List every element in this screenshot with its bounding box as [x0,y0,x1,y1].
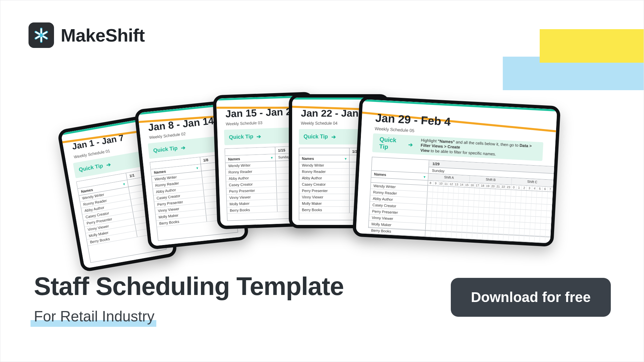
quick-tip-label: Quick Tip [229,133,253,140]
quick-tip-box: Quick Tip ➔ Vie [299,129,379,144]
quick-tip-label: Quick Tip [304,134,328,140]
grid-body: Wendy WriterRonny ReaderAbby AuthorCasey… [368,183,553,243]
name-cell: Ronny Reader [226,168,276,175]
quick-tip-box: Quick Tip ➔ Hi [73,150,151,178]
hour-cell: 7 [548,187,553,192]
filter-icon: ▾ [271,156,273,160]
name-cell: Casey Creator [83,206,133,221]
names-header: Names▾ [371,171,429,180]
table-row: Perry Presenter [299,188,379,194]
tip-truncated: Hi [220,141,224,146]
hour-cell: 3 [527,186,532,191]
table-row: Berry Books [368,227,550,243]
name-cell: Berry Books [87,231,138,246]
promo-canvas: MakeShift Jan 1 - Jan 7 Weekly Schedule … [0,0,644,362]
download-button[interactable]: Download for free [451,278,611,317]
tablet-1: Jan 1 - Jan 7 Weekly Schedule 01 Quick T… [57,114,178,273]
accent-diagonal [289,106,389,111]
hour-cell: 14 [459,182,465,187]
asterisk-icon [32,26,50,44]
sheet-subtitle: Weekly Schedule 02 [149,131,186,140]
name-cell: Molly Maker [156,209,206,221]
hour-cell: 18 [480,183,485,188]
name-cell: Wendy Writer [299,162,350,168]
name-cell: Perry Presenter [226,187,277,194]
table-row: Perry Presenter [84,207,160,227]
accent-bar [216,95,310,101]
sheet-range: Jan 8 - Jan 14 [148,115,214,133]
name-cell: Ronny Reader [370,189,428,198]
names-list: Wendy WriterRonny ReaderAbby AuthorCasey… [299,162,379,213]
shift-label: Shift B [470,176,512,184]
names-header: Names▾ [225,154,276,163]
table-row: Casey Creator [83,201,159,221]
name-cell: Ronny Reader [299,169,350,175]
name-cell: Vinny Viewer [226,193,277,201]
name-cell: Perry Presenter [154,196,205,208]
table-row: Abby Author [153,181,233,195]
table-row: Vinny Viewer [85,214,161,233]
accent-diagonal [213,107,314,109]
table-row: Casey Creator [370,202,552,218]
names-list: Wendy WriterRonny ReaderAbby AuthorCasey… [225,160,307,214]
sheet-subtitle: Weekly Schedule 01 [73,148,110,160]
arrow-right-icon: ➔ [257,133,261,139]
hour-cell: 2 [522,185,527,190]
quick-tip-label: Quick Tip [78,163,104,173]
name-cell: Abby Author [81,199,132,214]
hour-cell: 0 [511,185,517,190]
name-cell: Ronny Reader [80,193,131,208]
brand-logo-badge [29,22,54,48]
quick-tip-text: Highlight "Names" and all the cells belo… [420,138,537,159]
tablet-3: Jan 15 - Jan 21 Weekly Schedule 03 Quick… [213,92,318,229]
svg-rect-4 [41,37,42,42]
table-row: Perry Presenter [369,208,551,224]
table-row: Wendy Writer [371,183,553,198]
table-row: Perry Presenter [226,186,307,195]
brand-name: MakeShift [61,25,145,46]
date-cell: 1/15 [275,146,305,154]
table-row: Ronny Reader [152,174,232,189]
table-row: Perry Presenter [154,193,234,208]
hour-cell: 20 [490,184,496,189]
hour-cell: 23 [506,185,512,190]
table-row: Berry Books [227,205,307,214]
hour-cell: 4 [532,186,537,191]
table-row: Abby Author [81,195,158,215]
name-cell: Molly Maker [227,199,277,207]
name-cell: Wendy Writer [79,187,130,202]
schedule-table: 1/29 Sunday Names▾ Shift AShift BShift C… [368,157,554,237]
name-cell: Vinny Viewer [85,218,135,233]
table-row: Molly Maker [227,198,307,207]
sheet-subtitle: Weekly Schedule 03 [226,120,263,126]
deco-block-yellow [540,29,644,63]
schedule-table: 1/22 Names▾ Wendy WriterRonny ReaderAbby… [299,148,379,220]
table-row: Wendy Writer [79,182,156,202]
date-cell: 1/22 [350,148,379,155]
arrow-right-icon: ➔ [106,161,111,168]
table-row: Abby Author [299,175,379,181]
names-list: Wendy WriterRonny ReaderAbby AuthorCasey… [152,168,236,227]
names-header: Names▾ [299,155,350,162]
table-row: Vinny Viewer [155,200,235,215]
name-cell: Berry Books [299,207,350,213]
arrow-right-icon: ➔ [180,144,185,151]
sheet-range: Jan 15 - Jan 21 [225,106,297,120]
name-cell: Abby Author [153,184,204,195]
table-row: Wendy Writer [152,168,232,183]
hour-cell: 6 [542,187,548,192]
hour-cell: 13 [454,182,459,187]
name-cell: Molly Maker [299,200,350,206]
table-row: Casey Creator [299,181,379,188]
hour-cell: 9 [433,181,438,186]
sheet-range: Jan 22 - Jan 28 [301,108,372,119]
name-cell: Abby Author [370,195,427,204]
filter-icon: ▾ [345,157,346,161]
table-row: Ronny Reader [299,169,379,175]
table-row: Berry Books [299,207,379,213]
table-row: Casey Creator [154,187,234,202]
hour-cell: 10 [438,181,444,186]
tablet-5: Jan 29 - Feb 4 Weekly Schedule 05 Quick … [352,96,560,247]
table-row: Wendy Writer [225,160,306,169]
name-cell: Ronny Reader [152,178,203,189]
